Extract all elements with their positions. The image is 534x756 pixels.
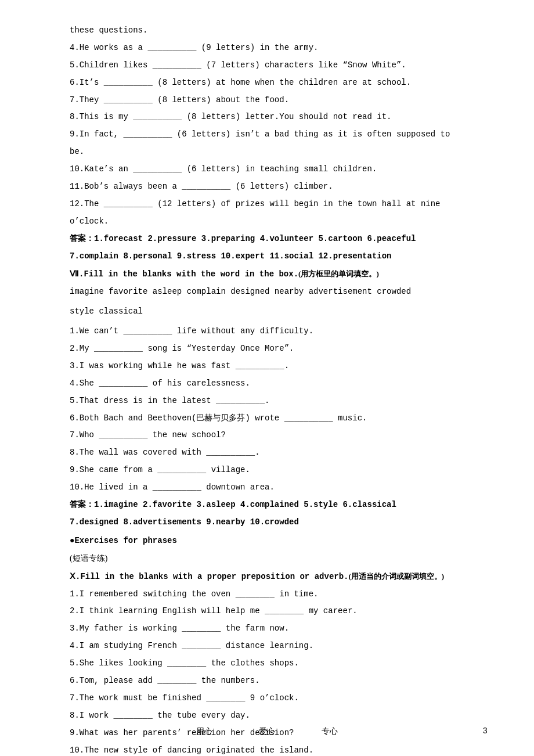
- intro-line: these questions.: [70, 23, 488, 38]
- s7-q3: 3.My father is working ________ the farm…: [70, 621, 488, 636]
- section7-chinese: (用适当的介词或副词填空。): [348, 572, 444, 581]
- s6-q4: 4.She __________ of his carelessness.: [70, 376, 488, 391]
- main-content: these questions. 4.He works as a _______…: [70, 23, 488, 756]
- answer2-text: 1.imagine 2.favorite 3.asleep 4.complain…: [94, 500, 396, 509]
- q12b-line: o’clock.: [70, 214, 488, 229]
- word-box-line2: style classical: [70, 304, 488, 319]
- answer2-line1: 答案：1.imagine 2.favorite 3.asleep 4.compl…: [70, 498, 488, 513]
- footer-left: 用心: [196, 724, 212, 739]
- page-number: 3: [483, 724, 488, 739]
- section6-title-text: Fill in the blanks with the word in the …: [84, 269, 298, 279]
- q9-line: 9.In fact, __________ (6 letters) isn’t …: [70, 127, 488, 142]
- s6-q5: 5.That dress is in the latest __________…: [70, 394, 488, 409]
- s7-q5: 5.She likes looking ________ the clothes…: [70, 656, 488, 671]
- s6-q3: 3.I was working while he was fast ______…: [70, 359, 488, 374]
- footer-right: 专心: [322, 724, 338, 739]
- s7-q8: 8.I work ________ the tube every day.: [70, 708, 488, 723]
- q4-line: 4.He works as a __________ (9 letters) i…: [70, 41, 488, 56]
- s7-q6: 6.Tom, please add ________ the numbers.: [70, 674, 488, 689]
- footer-center: 爱心: [259, 724, 275, 739]
- section7-title-text: Fill in the blanks with a proper preposi…: [80, 572, 348, 581]
- answer1-label: 答案：: [70, 234, 94, 243]
- s7-q7: 7.The work must be finished ________ 9 o…: [70, 691, 488, 706]
- s7-q10: 10.The new style of dancing originated t…: [70, 743, 488, 756]
- s6-q8: 8.The wall was covered with __________.: [70, 445, 488, 460]
- q8-line: 8.This is my __________ (8 letters) lett…: [70, 110, 488, 125]
- section7-title: Ⅹ.Fill in the blanks with a proper prepo…: [70, 570, 488, 585]
- q11-line: 11.Bob’s always been a __________ (6 let…: [70, 179, 488, 195]
- answer2-line2: 7.designed 8.advertisements 9.nearby 10.…: [70, 515, 488, 530]
- s6-q7: 7.Who __________ the new school?: [70, 428, 488, 443]
- q12-line: 12.The __________ (12 letters) of prizes…: [70, 197, 488, 212]
- section6-chinese: (用方框里的单词填空。): [298, 269, 379, 278]
- s6-q1: 1.We can’t __________ life without any d…: [70, 324, 488, 339]
- section6-title: Ⅶ.Fill in the blanks with the word in th…: [70, 267, 488, 282]
- section6-roman: Ⅶ.: [70, 269, 84, 279]
- answer1-line1: 答案：1.forecast 2.pressure 3.preparing 4.v…: [70, 232, 488, 247]
- s6-q6: 6.Both Bach and Beethoven(巴赫与贝多芬) wrote …: [70, 411, 488, 426]
- s6-q9: 9.She came from a __________ village.: [70, 463, 488, 478]
- exercises-chinese: (短语专练): [70, 551, 488, 566]
- exercises-title: ●Exercises for phrases: [70, 534, 488, 549]
- answer1-line2: 7.complain 8.personal 9.stress 10.expert…: [70, 249, 488, 264]
- s6-q10: 10.He lived in a __________ downtown are…: [70, 480, 488, 495]
- q7-line: 7.They __________ (8 letters) about the …: [70, 93, 488, 108]
- word-box-line1: imagine favorite asleep complain designe…: [70, 285, 488, 300]
- s7-q2: 2.I think learning English will help me …: [70, 604, 488, 619]
- s6-q2: 2.My __________ song is “Yesterday Once …: [70, 341, 488, 357]
- q5-line: 5.Children likes __________ (7 letters) …: [70, 58, 488, 73]
- s7-q1: 1.I remembered switching the oven ______…: [70, 587, 488, 602]
- s7-q4: 4.I am studying French ________ distance…: [70, 639, 488, 654]
- footer: 用心 爱心 专心: [0, 724, 534, 739]
- q10-line: 10.Kate’s an __________ (6 letters) in t…: [70, 162, 488, 177]
- section7-roman: Ⅹ.: [70, 572, 80, 581]
- answer2-label: 答案：: [70, 500, 94, 509]
- q6-line: 6.It’s __________ (8 letters) at home wh…: [70, 75, 488, 91]
- q9b-line: be.: [70, 145, 488, 160]
- answer1-text: 1.forecast 2.pressure 3.preparing 4.volu…: [94, 234, 416, 243]
